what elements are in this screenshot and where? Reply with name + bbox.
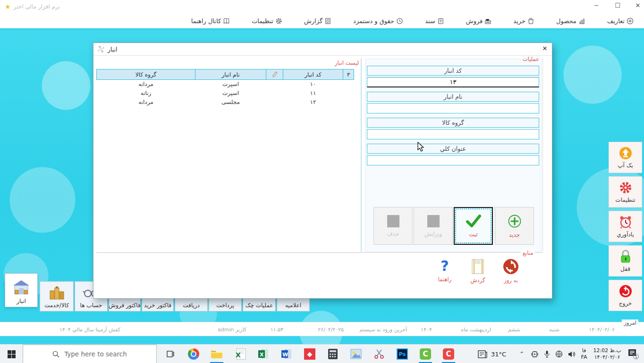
word-icon[interactable]: W [277,345,296,363]
tab-goods-services[interactable]: کالا/خدمت [40,281,74,311]
menu-item-payroll[interactable]: حقوق و دستمزد [353,17,403,25]
update-button[interactable]: به روز [500,258,522,287]
column-header-group[interactable]: گروه کالا [97,69,195,80]
language-indicator[interactable]: فاFA [577,345,591,363]
snipping-tool-icon[interactable] [370,345,389,363]
sidebar-item-exit[interactable]: خروج [609,280,642,311]
tab-warehouse[interactable]: انبار [5,273,38,307]
plus-circle-icon [508,214,522,228]
help-button[interactable]: ? راهنما [433,258,456,287]
notebook-icon [470,258,485,275]
dialog-close-icon[interactable]: ✕ [540,45,550,53]
sidebar-item-reminder[interactable]: یادآوري [609,211,642,242]
save-button[interactable]: ثبت [454,207,493,245]
table-row[interactable]: ۱۲ مجلسیمردانه [97,98,354,107]
calculator-icon[interactable] [323,345,342,363]
month-name: اردیبهشت ماه [461,327,491,333]
hand-pen-icon [271,70,279,78]
panel-divider [361,59,362,252]
warehouse-list-panel: لیست انبار ۳ کد انبار نام انبار گروه کال… [96,59,361,252]
news-icon [478,350,487,358]
table-row[interactable]: ۱۰ اسپرتمردانه [97,80,354,89]
power-icon [619,284,633,298]
browse-button[interactable]: گردش [466,258,489,287]
column-header-pointer[interactable] [266,69,283,80]
tray-date: ۱۴۰۴/۰۲/۰۶ [594,354,620,360]
operations-section-label: عملیات [521,56,541,62]
warehouse-icon [12,280,30,296]
chrome-icon[interactable] [184,345,203,363]
field-input-general-title[interactable] [367,155,539,165]
table-row[interactable]: ۱۱ اسپرتزنانه [97,89,354,98]
task-view-icon [166,350,175,358]
delete-icon [387,215,399,227]
menubar: تعاریف محصول خرید فروش سند حقوق و دستمزد… [0,13,644,29]
field-label-general-title: عنوان کلي [367,144,539,154]
camtasia-red-icon[interactable]: C [439,345,458,363]
right-edge-divider [542,59,543,252]
column-header-name[interactable]: نام انبار [195,69,266,80]
temperature: 31°C [491,351,506,358]
menu-item-help-channel[interactable]: کانال راهنما [191,17,230,25]
menu-item-product[interactable]: محصول [556,17,585,25]
cash-register-icon [484,17,491,25]
document-icon [437,17,444,25]
sidebar-item-settings[interactable]: تنظیمات [609,176,642,207]
mouse-cursor [417,142,425,152]
close-button[interactable]: ✕ [631,2,644,9]
refresh-icon [502,258,519,275]
weather-widget[interactable]: 31°C [472,345,512,363]
excel-icon[interactable]: X [254,345,273,363]
photoshop-icon[interactable]: Ps [393,345,412,363]
clock[interactable]: ب.ظ 12:02۱۴۰۴/۰۲/۰۶ [591,345,623,363]
menu-item-report[interactable]: گزارش [304,17,331,25]
taskbar-search[interactable]: Type here to search [23,345,157,363]
list-section-label: لیست انبار [335,60,359,66]
photos-icon[interactable] [347,345,365,363]
sidebar-item-backup[interactable]: بک آپ [609,142,642,173]
column-header-code[interactable]: کد انبار [283,69,343,80]
tray-time: ب.ظ 12:02 [593,347,621,354]
product-icon [578,17,585,25]
menu-item-purchase[interactable]: خرید [513,17,534,25]
svg-text:X: X [236,351,241,359]
start-button[interactable] [0,345,23,363]
svg-text:1: 1 [635,355,637,359]
task-view-button[interactable] [162,345,178,363]
tray-network-icon[interactable] [553,345,565,363]
delete-button[interactable]: حذف [373,207,413,245]
current-user: کاربر admin [218,327,246,333]
file-explorer-icon[interactable] [207,345,226,363]
payroll-clock-icon [396,17,403,25]
menu-item-definitions[interactable]: تعاریف [607,17,634,25]
notification-center[interactable]: 1 [624,345,643,363]
company-fiscal-year: کفش آرمیتا سال مالي ۱۴۰۴ [59,327,120,333]
camtasia-green-icon[interactable]: C [416,345,435,363]
statusbar: امروز ۱۴۰۴/۰۲/۰۶ شنبه ششم اردیبهشت ماه ۱… [0,322,644,336]
warehouse-dialog: انبار ✕ لیست انبار ۳ کد انبار نام انبار … [93,43,552,299]
minimize-button[interactable]: ─ [589,2,603,9]
tray-microphone-icon[interactable] [541,345,552,363]
devexpress-icon[interactable]: ◆ [300,345,319,363]
field-input-group[interactable] [367,129,539,139]
tray-volume-icon[interactable] [566,345,578,363]
plus-circle-icon [627,17,634,25]
menu-item-sales[interactable]: فروش [466,17,492,25]
tray-chevron-icon[interactable]: ⌃ [516,345,528,363]
report-icon [324,17,331,25]
window-titlebar: نرم افزار مالي اختر ★ ─ ☐ ✕ [0,0,644,13]
field-input-code[interactable]: ۱۳ [367,77,539,87]
tray-device-icon[interactable] [529,345,540,363]
windows-logo-icon [8,350,16,358]
field-input-name[interactable] [367,103,539,113]
dialog-titlebar: انبار ✕ [93,43,552,56]
edit-button[interactable]: ویرایش [414,207,453,245]
excel-legacy-icon[interactable]: X [231,345,250,363]
menu-item-voucher[interactable]: سند [425,17,444,25]
new-button[interactable]: جدید [495,207,534,245]
sidebar-item-lock[interactable]: قفل [609,245,642,277]
menu-item-settings[interactable]: تنظیمات [252,17,282,25]
maximize-button[interactable]: ☐ [610,2,625,9]
warehouse-table: ۳ کد انبار نام انبار گروه کالا ۱۰ اسپرتم… [96,69,354,107]
today-date: ۱۴۰۴/۰۲/۰۶ [589,327,615,333]
